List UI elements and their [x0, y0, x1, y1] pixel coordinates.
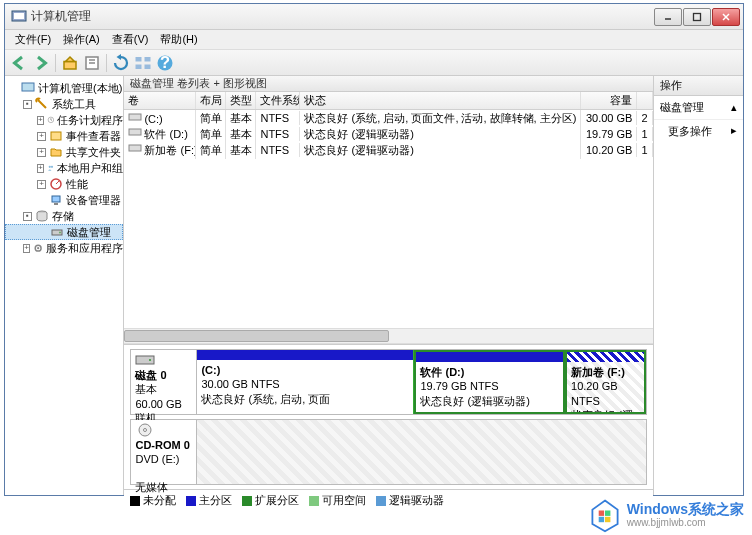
- swatch-free: [309, 496, 319, 506]
- properties-button[interactable]: [82, 53, 102, 73]
- volume-row[interactable]: 软件 (D:) 简单 基本 NTFS 状态良好 (逻辑驱动器) 19.79 GB…: [124, 126, 653, 142]
- tree-label: 设备管理器: [66, 193, 121, 208]
- svg-rect-16: [22, 83, 34, 91]
- horizontal-scrollbar[interactable]: [124, 328, 653, 344]
- vol-name: 软件 (D:): [144, 128, 187, 140]
- menu-view[interactable]: 查看(V): [106, 32, 155, 47]
- vol-extra: 2: [637, 111, 653, 125]
- minimize-button[interactable]: [654, 8, 682, 26]
- col-volume[interactable]: 卷: [124, 92, 196, 109]
- swatch-primary: [186, 496, 196, 506]
- tree-performance[interactable]: +性能: [5, 176, 123, 192]
- col-type[interactable]: 类型: [226, 92, 256, 109]
- tree-disk-management[interactable]: 磁盘管理: [5, 224, 123, 240]
- svg-rect-40: [605, 517, 610, 522]
- vol-status: 状态良好 (逻辑驱动器): [300, 142, 581, 159]
- menu-help[interactable]: 帮助(H): [154, 32, 203, 47]
- menu-action[interactable]: 操作(A): [57, 32, 106, 47]
- legend-label: 逻辑驱动器: [389, 494, 444, 506]
- actions-more-label: 更多操作: [668, 125, 712, 137]
- up-button[interactable]: [60, 53, 80, 73]
- actions-header: 操作: [654, 76, 743, 96]
- tree-task-scheduler[interactable]: +任务计划程序: [5, 112, 123, 128]
- actions-more[interactable]: 更多操作 ▸: [654, 120, 743, 143]
- tree-label: 任务计划程序: [57, 113, 123, 128]
- svg-rect-23: [52, 196, 60, 202]
- part-status: 状态良好 (逻辑驱动器): [571, 409, 633, 414]
- toolbar: ?: [5, 50, 743, 76]
- svg-rect-38: [605, 511, 610, 516]
- actions-panel: 操作 磁盘管理 ▴ 更多操作 ▸: [654, 76, 743, 495]
- titlebar[interactable]: 计算机管理: [5, 4, 743, 30]
- window-title: 计算机管理: [31, 8, 653, 25]
- tree-services-apps[interactable]: +服务和应用程序: [5, 240, 123, 256]
- vol-name: 新加卷 (F:): [144, 144, 196, 156]
- svg-rect-39: [598, 517, 603, 522]
- menu-file[interactable]: 文件(F): [9, 32, 57, 47]
- volume-row[interactable]: (C:) 简单 基本 NTFS 状态良好 (系统, 启动, 页面文件, 活动, …: [124, 110, 653, 126]
- watermark-logo-icon: [587, 497, 623, 533]
- col-layout[interactable]: 布局: [196, 92, 226, 109]
- tree-label: 共享文件夹: [66, 145, 121, 160]
- tree-local-users[interactable]: +本地用户和组: [5, 160, 123, 176]
- swatch-unallocated: [130, 496, 140, 506]
- drive-icon: [128, 111, 142, 123]
- tree-storage[interactable]: ▪存储: [5, 208, 123, 224]
- col-filesystem[interactable]: 文件系统: [256, 92, 300, 109]
- refresh-button[interactable]: [111, 53, 131, 73]
- col-capacity[interactable]: 容量: [581, 92, 637, 109]
- tree-label: 性能: [66, 177, 88, 192]
- cdrom-info[interactable]: CD-ROM 0 DVD (E:) 无媒体: [131, 420, 197, 484]
- vol-extra: 1: [637, 143, 653, 157]
- help-button[interactable]: ?: [155, 53, 175, 73]
- svg-rect-18: [51, 132, 61, 140]
- disk-0-block: 磁盘 0 基本 60.00 GB 联机 (C:)30.00 GB NTFS状态良…: [130, 349, 647, 415]
- actions-section-label: 磁盘管理: [660, 100, 704, 115]
- svg-rect-3: [694, 13, 701, 20]
- forward-button[interactable]: [31, 53, 51, 73]
- svg-line-22: [56, 181, 59, 184]
- tree-label: 系统工具: [52, 97, 96, 112]
- center-panel: 磁盘管理 卷列表 + 图形视图 卷 布局 类型 文件系统 状态 容量 (C:) …: [124, 76, 654, 495]
- disk-icon: [50, 225, 64, 239]
- tree-shared-folders[interactable]: +共享文件夹: [5, 144, 123, 160]
- svg-rect-37: [598, 511, 603, 516]
- back-button[interactable]: [9, 53, 29, 73]
- tree-system-tools[interactable]: ▪系统工具: [5, 96, 123, 112]
- col-extra[interactable]: [637, 92, 653, 109]
- vol-type: 基本: [226, 110, 256, 127]
- watermark-url: www.bjjmlwb.com: [627, 517, 744, 528]
- disk-0-info[interactable]: 磁盘 0 基本 60.00 GB 联机: [131, 350, 197, 414]
- part-status: 状态良好 (系统, 启动, 页面: [201, 393, 330, 405]
- volume-rows: (C:) 简单 基本 NTFS 状态良好 (系统, 启动, 页面文件, 活动, …: [124, 110, 653, 328]
- maximize-button[interactable]: [683, 8, 711, 26]
- partition-d[interactable]: 软件 (D:)19.79 GB NTFS状态良好 (逻辑驱动器): [414, 350, 565, 414]
- partition-f[interactable]: 新加卷 (F:)10.20 GB NTFS状态良好 (逻辑驱动器): [565, 350, 646, 414]
- close-button[interactable]: [712, 8, 740, 26]
- scrollbar-thumb[interactable]: [124, 330, 388, 342]
- partition-bar: [567, 352, 644, 362]
- tree-label: 存储: [52, 209, 74, 224]
- tree-root[interactable]: 计算机管理(本地): [5, 80, 123, 96]
- svg-rect-1: [14, 13, 24, 19]
- partition-c[interactable]: (C:)30.00 GB NTFS状态良好 (系统, 启动, 页面: [197, 350, 414, 414]
- drive-icon: [128, 126, 142, 138]
- svg-text:?: ?: [160, 54, 170, 71]
- center-header: 磁盘管理 卷列表 + 图形视图: [124, 76, 653, 92]
- col-status[interactable]: 状态: [300, 92, 581, 109]
- computer-management-window: 计算机管理 文件(F) 操作(A) 查看(V) 帮助(H) ? 计算机管理(本地…: [4, 3, 744, 496]
- svg-rect-24: [54, 203, 58, 205]
- tree-device-manager[interactable]: 设备管理器: [5, 192, 123, 208]
- watermark: Windows系统之家 www.bjjmlwb.com: [587, 497, 744, 533]
- app-icon: [11, 9, 27, 25]
- list-view-button[interactable]: [133, 53, 153, 73]
- toolbar-separator: [106, 54, 107, 72]
- actions-section[interactable]: 磁盘管理 ▴: [654, 96, 743, 120]
- cdrom-type: DVD (E:): [135, 453, 179, 465]
- cdrom-empty-area[interactable]: [197, 420, 646, 484]
- tree-label: 计算机管理(本地): [38, 81, 122, 96]
- vol-fs: NTFS: [256, 111, 300, 125]
- tree-label: 事件查看器: [66, 129, 121, 144]
- tree-event-viewer[interactable]: +事件查看器: [5, 128, 123, 144]
- volume-row[interactable]: 新加卷 (F:) 简单 基本 NTFS 状态良好 (逻辑驱动器) 10.20 G…: [124, 142, 653, 158]
